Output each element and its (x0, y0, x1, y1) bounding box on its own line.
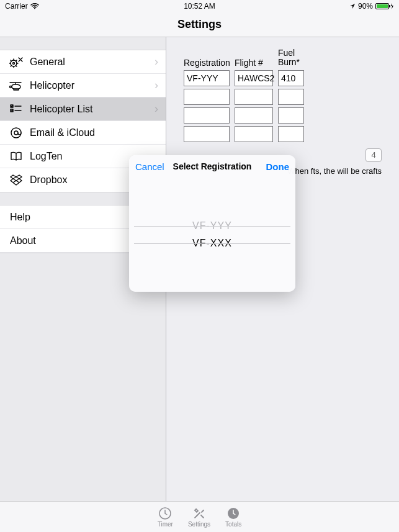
sidebar-item-label: General (25, 56, 155, 68)
sidebar-item-helicopter[interactable]: Helicopter › (0, 74, 166, 97)
fuel-field[interactable] (278, 107, 304, 124)
svg-point-2 (13, 62, 15, 64)
gear-icon (7, 56, 25, 68)
clock-icon (158, 507, 172, 520)
svg-point-0 (34, 8, 35, 9)
battery-icon (375, 3, 394, 9)
sidebar-item-label: Email & iCloud (25, 127, 158, 138)
book-icon (7, 151, 25, 161)
header-flight: Flight # (235, 58, 273, 68)
select-registration-popover: Cancel Select Registration Done VF-YYY V… (129, 155, 295, 292)
header-fuel-burn: Fuel Burn* (278, 48, 304, 68)
tab-label: Timer (158, 521, 173, 528)
cancel-button[interactable]: Cancel (135, 161, 164, 172)
battery-pct: 90% (358, 2, 373, 11)
header-registration: Registration (184, 58, 230, 68)
flight-field[interactable] (235, 126, 273, 142)
registration-field[interactable]: VF-YYY (184, 70, 230, 86)
wifi-icon (30, 3, 39, 9)
fuel-field[interactable]: 410 (278, 70, 304, 86)
at-icon (7, 127, 25, 139)
clock: 10:52 AM (184, 2, 215, 11)
charging-icon (390, 3, 394, 9)
sidebar-item-label: Helicopter (25, 80, 155, 91)
location-icon (349, 3, 356, 9)
carrier-label: Carrier (5, 2, 28, 11)
sidebar-item-email-icloud[interactable]: Email & iCloud (0, 121, 166, 145)
svg-point-3 (10, 86, 12, 88)
status-bar: Carrier 10:52 AM 90% (0, 0, 399, 12)
svg-point-6 (11, 128, 21, 138)
flight-field[interactable]: HAWCS2 (235, 70, 273, 86)
tab-bar: Timer Settings Totals (0, 501, 399, 532)
dropbox-icon (7, 174, 25, 186)
sidebar-item-label: Help (10, 212, 30, 223)
sidebar-item-label: Helicopter List (25, 104, 155, 115)
popover-title: Select Registration (173, 161, 252, 171)
tab-settings[interactable]: Settings (188, 507, 210, 528)
sidebar-item-label: About (10, 235, 36, 246)
chevron-right-icon: › (155, 55, 158, 68)
flight-field[interactable] (235, 89, 273, 105)
fuel-field[interactable] (278, 126, 304, 142)
tab-label: Settings (188, 521, 210, 528)
count-button[interactable]: 4 (365, 148, 382, 162)
flight-field[interactable] (235, 107, 273, 124)
done-button[interactable]: Done (266, 161, 290, 172)
tab-totals[interactable]: Totals (225, 507, 241, 528)
tab-label: Totals (225, 521, 241, 528)
list-icon (7, 104, 25, 114)
helicopter-icon (7, 81, 25, 91)
clock-filled-icon (226, 507, 240, 520)
registration-field[interactable] (184, 89, 230, 105)
navbar: Settings (0, 12, 399, 37)
registration-picker[interactable]: VF-YYY VF-XXX (129, 178, 295, 292)
page-title: Settings (177, 18, 222, 31)
tools-icon (192, 507, 206, 520)
fuel-field[interactable] (278, 89, 304, 105)
registration-field[interactable] (184, 107, 230, 124)
sidebar-item-general[interactable]: General › (0, 50, 166, 74)
svg-point-7 (14, 131, 18, 135)
chevron-right-icon: › (155, 79, 158, 92)
tab-timer[interactable]: Timer (158, 507, 173, 528)
sidebar-item-helicopter-list[interactable]: Helicopter List › (0, 97, 166, 121)
chevron-right-icon: › (155, 102, 158, 115)
registration-field[interactable] (184, 126, 230, 142)
